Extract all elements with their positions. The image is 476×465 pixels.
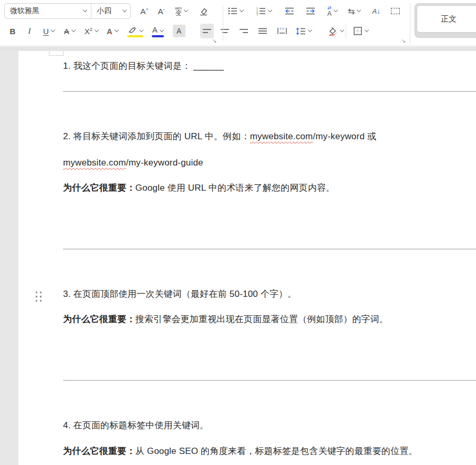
line-spacing-icon: [296, 27, 306, 35]
chevron-down-icon: [95, 28, 99, 32]
shrink-font-icon: A-: [158, 7, 164, 16]
doc-line-item1[interactable]: 1. 我这个页面的目标关键词是： ______: [63, 59, 474, 73]
style-gallery: 正文: [415, 3, 476, 38]
tab-ruler-button[interactable]: [389, 4, 402, 18]
wrap-toggle-button[interactable]: ⇆: [346, 4, 363, 18]
doc-divider: [63, 380, 476, 381]
character-shading-icon: A: [173, 25, 185, 37]
align-center-icon: [220, 27, 230, 35]
style-item-label: 正文: [441, 14, 457, 24]
chevron-down-icon: [71, 28, 76, 32]
sort-button[interactable]: A ↓: [370, 4, 382, 18]
paragraph-drag-handle-icon[interactable]: [36, 292, 43, 304]
toolbar-row-1: 微软雅黑 小四 A+ A- wén 变: [4, 3, 402, 19]
chevron-down-icon: [334, 8, 338, 12]
decrease-indent-icon: [284, 7, 295, 15]
doc-line-item3-why[interactable]: 为什么它很重要：搜索引擎会更加重视出现在页面显著位置（例如顶部）的字词。: [63, 313, 474, 326]
dashed-frame-icon: [391, 8, 400, 14]
font-size-select[interactable]: 小四: [91, 4, 130, 18]
chevron-down-icon: [365, 28, 369, 32]
align-center-button[interactable]: [218, 24, 232, 38]
paragraph-dialog-launcher[interactable]: ↘: [401, 38, 406, 44]
numbered-list-icon: 2: [253, 9, 254, 13]
text-direction-button[interactable]: ⇄ A: [325, 4, 339, 18]
increase-indent-button[interactable]: [303, 4, 318, 18]
bullet-list-icon: [227, 7, 237, 15]
grow-font-icon: A+: [140, 7, 148, 16]
align-right-button[interactable]: [237, 24, 251, 38]
clear-formatting-button[interactable]: [196, 4, 211, 18]
eraser-icon: [198, 6, 209, 16]
spellcheck-flagged-text: mywebsite.com: [63, 158, 126, 168]
doc-divider: [63, 249, 476, 250]
distributed-icon: <>: [277, 27, 287, 35]
bullet-list-button[interactable]: [225, 4, 245, 18]
font-color-swatch: [152, 35, 164, 37]
align-left-button[interactable]: [200, 24, 214, 38]
justify-button[interactable]: [256, 24, 270, 38]
borders-button[interactable]: [351, 24, 370, 38]
chevron-down-icon: [357, 8, 361, 12]
increase-indent-icon: [305, 7, 316, 15]
align-right-icon: [239, 27, 249, 35]
document-background-strip: [0, 47, 476, 51]
chevron-down-icon: [139, 28, 143, 32]
highlighter-icon: [128, 27, 137, 33]
chevron-down-icon: [114, 28, 118, 32]
swap-arrows-icon: ⇆: [348, 6, 355, 16]
bold-icon: B: [10, 27, 16, 36]
decrease-font-size-button[interactable]: A-: [155, 4, 168, 18]
chevron-down-icon: [122, 8, 127, 12]
chevron-down-icon: [308, 28, 312, 32]
text-direction-icon: ⇄ A: [327, 6, 332, 17]
doc-line-item2-2[interactable]: mywebsite.com/my-keyword-guide: [63, 156, 474, 170]
formatting-toolbar: 微软雅黑 小四 A+ A- wén 变: [0, 0, 476, 46]
word-processor-window: 微软雅黑 小四 A+ A- wén 变: [0, 0, 476, 465]
bold-button[interactable]: B: [6, 24, 19, 38]
doc-line-item2-why[interactable]: 为什么它很重要：Google 使用 URL 中的术语来了解您的网页内容。: [63, 181, 474, 195]
font-size-value: 小四: [97, 6, 122, 16]
numbered-list-icon: 1 2 3: [256, 7, 266, 15]
text-effects-icon: A ▲: [107, 27, 112, 36]
decrease-indent-button[interactable]: [282, 4, 297, 18]
chevron-down-icon: [268, 8, 272, 12]
chevron-down-icon: [240, 8, 244, 12]
font-dialog-launcher[interactable]: ↘: [212, 38, 216, 44]
font-name-select[interactable]: 微软雅黑: [5, 4, 91, 18]
underline-button[interactable]: U: [41, 24, 57, 38]
doc-line-item4[interactable]: 4. 在页面的标题标签中使用关键词。: [63, 419, 474, 432]
document-page[interactable]: 1. 我这个页面的目标关键词是： ______ 2. 将目标关键词添加到页面的 …: [18, 51, 476, 465]
italic-icon: I: [28, 27, 31, 36]
numbered-list-button[interactable]: 2 1 2 3: [251, 4, 274, 18]
page-top-handle[interactable]: [49, 51, 64, 56]
borders-icon: [353, 26, 363, 36]
font-name-value: 微软雅黑: [10, 6, 82, 16]
increase-font-size-button[interactable]: A+: [138, 4, 151, 18]
superscript-button[interactable]: X2: [82, 24, 100, 38]
style-item-normal[interactable]: 正文: [417, 5, 476, 33]
font-color-icon: A: [152, 25, 158, 34]
chevron-down-icon: [160, 28, 164, 32]
text-effects-button[interactable]: A ▲: [105, 24, 120, 38]
character-shading-button[interactable]: A: [171, 24, 188, 38]
doc-line-item3[interactable]: 3. 在页面顶部使用一次关键词（最好在前 50-100 个字）。: [63, 287, 474, 301]
italic-button[interactable]: I: [23, 24, 36, 38]
toolbar-row-2: B I U A X2 A ▲: [4, 23, 370, 39]
font-color-button[interactable]: A: [150, 24, 165, 38]
doc-line-item4-why[interactable]: 为什么它很重要：从 Google SEO 的角度来看，标题标签是包含关键字的最重…: [63, 445, 474, 458]
highlight-color-button[interactable]: [126, 24, 145, 38]
chevron-down-icon: [184, 8, 188, 12]
distributed-button[interactable]: <>: [275, 24, 289, 38]
shading-button[interactable]: [325, 24, 346, 38]
chevron-down-icon: [51, 28, 55, 32]
svg-text:3: 3: [256, 13, 258, 15]
paint-bucket-icon: [327, 26, 338, 36]
chevron-down-icon: [340, 28, 344, 32]
strikethrough-button[interactable]: A: [62, 24, 77, 38]
document-left-margin: [0, 51, 18, 465]
doc-line-item2-1[interactable]: 2. 将目标关键词添加到页面的 URL 中。例如：mywebsite.com/m…: [63, 130, 474, 143]
align-left-icon: [202, 27, 212, 35]
line-spacing-button[interactable]: [294, 24, 314, 38]
spellcheck-flagged-text: mywebsite.com: [250, 131, 313, 141]
phonetic-guide-button[interactable]: wén 变: [173, 4, 190, 18]
